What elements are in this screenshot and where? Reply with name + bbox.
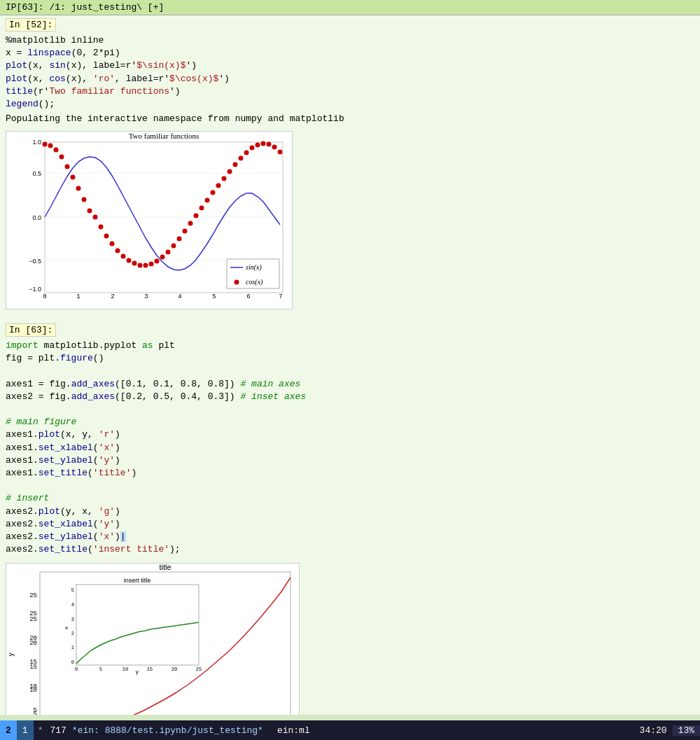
status-cell-num: 1 [17,720,34,740]
status-kernel: ein:ml [266,725,321,736]
svg-text:6: 6 [246,293,250,300]
status-filename: *ein: 8888/test.ipynb/just_testing* [69,725,266,736]
svg-text:0.0: 0.0 [32,214,41,221]
status-asterisk: * [34,725,48,736]
svg-point-49 [216,183,221,188]
svg-text:−0.5: −0.5 [29,258,41,265]
svg-text:25: 25 [196,666,202,672]
svg-text:1: 1 [76,293,80,300]
plot-1: Two familiar functions 1.0 0.5 0.0 −0.5 … [6,131,293,312]
svg-text:5: 5 [34,707,37,714]
svg-text:3: 3 [144,293,148,300]
svg-text:1.0: 1.0 [32,139,41,146]
svg-point-38 [155,259,160,264]
output-1: Populating the interactive namespace fro… [6,112,694,125]
svg-text:−1.0: −1.0 [29,286,41,293]
svg-text:25: 25 [29,610,37,617]
svg-point-37 [149,262,154,267]
svg-point-42 [177,237,182,242]
svg-text:0: 0 [71,659,74,665]
svg-point-64 [234,280,239,285]
svg-point-34 [132,261,137,266]
svg-point-36 [144,263,148,268]
svg-point-55 [250,146,255,151]
svg-point-60 [278,150,283,155]
svg-point-53 [239,156,244,161]
svg-text:5: 5 [212,293,216,300]
svg-text:7: 7 [279,293,282,300]
svg-point-26 [88,209,92,214]
plot-2: title y x 0 5 10 15 20 25 25 0 5 10 [6,563,300,715]
code-1: %matplotlib inline x = linspace(0, 2*pi)… [6,33,694,112]
svg-point-28 [99,225,104,230]
svg-text:15: 15 [29,659,37,666]
svg-text:cos(x): cos(x) [246,278,263,286]
code-2: import matplotlib.pyplot as plt fig = pl… [6,338,694,557]
status-mode: 2 [0,720,17,740]
plot1-svg: Two familiar functions 1.0 0.5 0.0 −0.5 … [6,131,293,309]
status-bar: 2 1 * 717 *ein: 8888/test.ipynb/just_tes… [0,720,700,740]
svg-text:y: y [136,669,139,675]
svg-point-32 [121,254,126,259]
svg-point-46 [200,206,204,211]
status-right: 34:20 13% [634,725,700,736]
svg-point-48 [211,190,216,195]
svg-text:x: x [63,627,69,630]
svg-point-41 [172,244,176,249]
prompt-2: In [63]: [6,323,56,337]
svg-text:15: 15 [147,666,153,672]
svg-point-45 [194,214,199,218]
svg-point-29 [104,234,109,239]
svg-point-44 [188,221,193,226]
status-position: 34:20 [634,725,673,736]
status-linecount: 717 [47,725,69,736]
svg-text:y: y [7,653,15,657]
svg-text:3: 3 [71,617,74,622]
svg-point-30 [110,242,115,246]
svg-point-19 [48,144,53,148]
svg-point-47 [205,198,210,203]
title-text: IP[63]: /1: just_testing\ [+] [6,2,164,13]
status-percentage: 13% [673,725,700,736]
svg-text:Two familiar functions: Two familiar functions [129,132,200,140]
svg-text:0.5: 0.5 [32,170,41,177]
svg-point-23 [71,175,76,180]
svg-point-58 [267,142,272,147]
svg-text:0: 0 [43,293,46,300]
svg-point-52 [233,162,238,167]
svg-point-39 [160,255,165,260]
svg-text:5: 5 [99,666,102,672]
svg-point-35 [138,263,143,268]
svg-point-56 [255,143,260,148]
svg-point-33 [127,258,132,263]
svg-point-20 [54,148,59,153]
svg-point-51 [227,169,232,174]
svg-point-54 [244,151,249,155]
svg-text:10: 10 [122,666,128,672]
plot2-svg: title y x 0 5 10 15 20 25 25 0 5 10 [6,563,300,715]
svg-text:25: 25 [29,592,37,599]
svg-text:5: 5 [71,587,74,593]
svg-point-27 [93,215,98,220]
svg-text:4: 4 [71,602,74,608]
svg-text:1: 1 [71,645,74,650]
notebook-content[interactable]: In [52]: %matplotlib inline x = linspace… [0,15,700,715]
svg-text:sin(x): sin(x) [246,263,262,272]
svg-text:2: 2 [71,631,74,636]
svg-point-57 [261,141,266,146]
svg-point-22 [65,165,70,169]
cell-2: In [63]: import matplotlib.pyplot as plt… [0,321,700,715]
svg-point-25 [82,197,87,202]
svg-point-43 [183,229,188,234]
cell-1: In [52]: %matplotlib inline x = linspace… [0,15,700,321]
svg-point-59 [272,145,277,150]
svg-text:10: 10 [29,683,37,690]
title-bar: IP[63]: /1: just_testing\ [+] [0,0,700,15]
svg-point-40 [166,250,171,255]
svg-point-21 [59,155,64,160]
svg-text:0: 0 [75,666,78,672]
svg-point-24 [76,186,81,191]
svg-text:insert title: insert title [124,577,151,584]
svg-text:4: 4 [178,293,181,300]
svg-text:title: title [159,563,171,571]
